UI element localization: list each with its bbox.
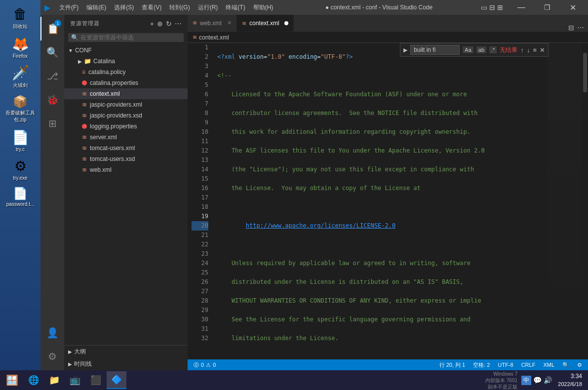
taskbar-folder-icon[interactable]: 📁 (44, 371, 64, 389)
activity-item-debug[interactable]: 🐞 (40, 88, 64, 112)
tree-item-jaspic-xsd[interactable]: ≋ jaspic-providers.xsd (64, 110, 188, 121)
menu-file[interactable]: 文件(F) (55, 3, 82, 12)
tree-item-label: jaspic-providers.xsd (90, 112, 142, 119)
tree-item-context-xml[interactable]: ≋ context.xml (64, 88, 188, 99)
error-dot-icon (82, 124, 87, 129)
find-match-case-button[interactable]: Aa (463, 46, 473, 53)
volume-icon[interactable]: 🔊 (544, 376, 552, 384)
activity-item-extensions[interactable]: ⊞ (40, 112, 64, 135)
layout-grid-icon[interactable]: ⊞ (497, 3, 503, 11)
more-actions-icon[interactable]: ⋯ (577, 24, 584, 32)
scrollbar[interactable] (582, 43, 588, 359)
code-line-17 (217, 352, 543, 359)
sidebar-outline-section[interactable]: ▶ 大纲 (64, 346, 188, 358)
status-errors[interactable]: ⓪ 0 ⚠ 0 (192, 361, 218, 369)
tab-context-xml[interactable]: ≋ context.xml (237, 15, 294, 32)
tree-item-catalina[interactable]: ▶ 📁 Catalina (64, 56, 188, 67)
folder-conf[interactable]: ▼ CONF (64, 45, 188, 56)
tree-item-tomcat-users-xsd[interactable]: ≋ tomcat-users.xsd (64, 154, 188, 164)
menu-terminal[interactable]: 终端(T) (222, 3, 249, 12)
desktop-icon-firefox[interactable]: 🦊 Firefox (3, 34, 38, 61)
status-settings-icon[interactable]: ⚙ (575, 362, 584, 368)
new-file-icon[interactable]: + (150, 20, 154, 28)
find-prev-icon[interactable]: ↑ (520, 46, 524, 54)
code-content[interactable]: <?xml version="1.0" encoding="UTF-8"?> <… (212, 43, 548, 359)
tree-item-server-xml[interactable]: ≋ server.xml (64, 132, 188, 143)
taskbar-media-icon[interactable]: 📺 (65, 371, 85, 389)
tab-web-xml[interactable]: ≋ web.xml ✕ (188, 15, 237, 32)
chevron-right-icon: ▶ (78, 59, 82, 64)
menu-goto[interactable]: 转到(G) (165, 3, 194, 12)
layout-icon[interactable]: ▭ (481, 3, 487, 11)
activity-item-search[interactable]: 🔍 (40, 40, 64, 64)
desktop-icon-password[interactable]: 📄 password.t... (3, 185, 38, 209)
input-method-icon[interactable]: 中 (521, 376, 531, 385)
xml-file-icon: ≋ (82, 134, 87, 141)
status-bar: ⓪ 0 ⚠ 0 行 20, 列 1 空格: 2 UTF-8 CRLF XML 🔍… (188, 359, 588, 370)
status-encoding[interactable]: UTF-8 (496, 362, 515, 368)
collapse-all-icon[interactable]: ⋯ (175, 20, 182, 28)
maximize-button[interactable]: ❐ (536, 0, 558, 15)
menu-edit[interactable]: 编辑(E) (82, 3, 110, 12)
folder-icon: 📁 (84, 58, 91, 65)
status-language[interactable]: XML (541, 362, 556, 368)
desktop-icon-tryc[interactable]: 📄 try.c (3, 127, 38, 154)
tree-item-catalina-props[interactable]: catalina.properties (64, 78, 188, 88)
tree-item-jaspic-xml[interactable]: ≋ jaspic-providers.xml (64, 99, 188, 110)
layout-split-icon[interactable]: ⊟ (489, 3, 495, 11)
status-position[interactable]: 行 20, 列 1 (437, 361, 468, 369)
activity-item-account[interactable]: 👤 (40, 321, 64, 345)
tree-item-logging-props[interactable]: logging.properties (64, 121, 188, 132)
taskbar-start-button[interactable]: 🪟 (2, 371, 22, 389)
code-line-12: Unless required by applicable law or agr… (217, 259, 543, 268)
scrollbar-thumb[interactable] (583, 53, 587, 92)
find-whole-word-button[interactable]: ab (476, 46, 486, 53)
sidebar-title: 资源管理器 (70, 20, 100, 27)
menu-view[interactable]: 查看(V) (138, 3, 165, 12)
breadcrumb-label[interactable]: context.xml (199, 34, 229, 41)
find-regex-button[interactable]: .* (489, 46, 497, 53)
status-search-icon[interactable]: 🔍 (560, 362, 571, 368)
desktop-icon-zip[interactable]: 📦 吾爱破解工具包.zip (3, 93, 38, 125)
tree-item-web-xml[interactable]: ≋ web.xml (64, 164, 188, 175)
tab-bar-actions: ⊟ ⋯ (564, 24, 588, 32)
modified-dot-icon (284, 21, 288, 25)
desktop-icon-recycle[interactable]: 🗑 回收站 (3, 4, 38, 32)
refresh-icon[interactable]: ↻ (166, 20, 172, 28)
activity-item-settings[interactable]: ⚙ (40, 345, 64, 368)
xml-icon: ≡ (82, 69, 85, 76)
activity-item-explorer[interactable]: 📋 1 (40, 17, 64, 40)
menu-run[interactable]: 运行(R) (194, 3, 222, 12)
tab-close-icon[interactable]: ✕ (227, 20, 232, 26)
sidebar-timeline-section[interactable]: ▶ 时间线 (64, 358, 188, 370)
menu-help[interactable]: 帮助(H) (249, 3, 277, 12)
find-select-all-icon[interactable]: ≡ (533, 46, 537, 54)
find-chevron-icon[interactable]: ▶ (403, 47, 407, 53)
tree-item-label: jaspic-providers.xml (90, 101, 142, 108)
sidebar-search-input[interactable] (80, 34, 181, 41)
taskbar-ie-icon[interactable]: 🌐 (24, 371, 43, 389)
tree-item-catalina-policy[interactable]: ≡ catalina.policy (64, 67, 188, 78)
find-close-icon[interactable]: ✕ (540, 46, 545, 54)
taskbar-clock[interactable]: 3:34 2022/6/18 (554, 372, 586, 388)
taskbar-hxd-icon[interactable]: ⬛ (86, 371, 106, 389)
menu-select[interactable]: 选择(S) (110, 3, 138, 12)
desktop-icon-tryexe[interactable]: ⚙ try.exe (3, 156, 38, 183)
tree-item-tomcat-users-xml[interactable]: ≋ tomcat-users.xml (64, 143, 188, 154)
status-spaces[interactable]: 空格: 2 (471, 361, 492, 369)
taskbar-vscode-icon[interactable]: 🔷 (107, 371, 126, 389)
code-line-4: contributor license agreements. See the … (217, 109, 543, 118)
xsd-file-icon: ≋ (82, 156, 87, 162)
status-eol[interactable]: CRLF (519, 362, 538, 368)
network-icon[interactable]: 💬 (533, 376, 542, 384)
close-button[interactable]: ✕ (561, 0, 584, 15)
find-input[interactable] (410, 45, 460, 55)
find-next-icon[interactable]: ↓ (527, 46, 530, 54)
desktop-icon-huorongjian[interactable]: 🗡️ 火绒剑 (3, 63, 38, 91)
activity-item-scm[interactable]: ⎇ (40, 64, 64, 88)
new-folder-icon[interactable]: ⊕ (157, 20, 163, 28)
minimize-button[interactable]: — (510, 0, 533, 15)
split-editor-icon[interactable]: ⊟ (568, 24, 574, 32)
sidebar-search-icon: 🔍 (71, 34, 78, 41)
tree-item-label: server.xml (90, 134, 117, 141)
